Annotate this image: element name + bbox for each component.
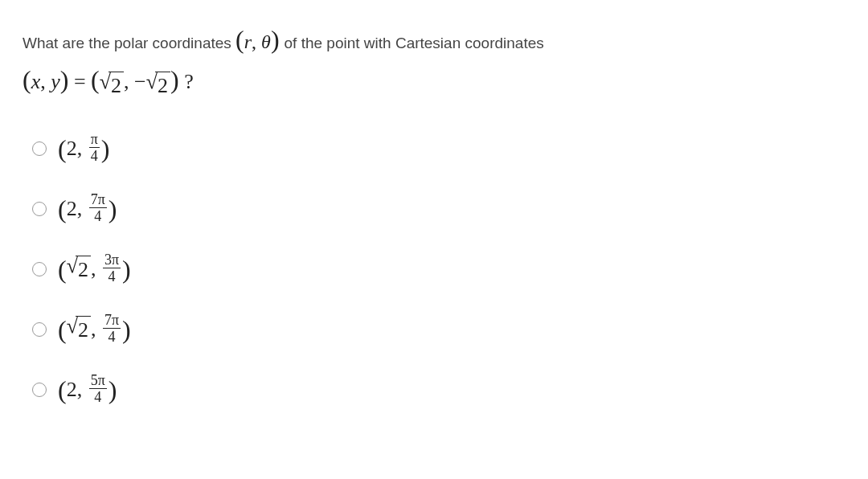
radio-icon[interactable] xyxy=(32,262,47,276)
option-3-math: (√2, 3π4 ) xyxy=(58,254,131,285)
options-list: (2, π4 ) (2, 7π4 ) (√2, 3π4 ) (√2, 7π4 ) xyxy=(23,133,845,406)
cartesian-equation: (x, y) = (√2, −√2) ? xyxy=(23,65,845,100)
radio-icon[interactable] xyxy=(32,141,47,156)
option-1-math: (2, π4 ) xyxy=(58,133,109,165)
radio-icon[interactable] xyxy=(32,383,47,397)
radio-icon[interactable] xyxy=(32,202,47,216)
option-4-math: (√2, 7π4 ) xyxy=(58,314,131,346)
option-1[interactable]: (2, π4 ) xyxy=(32,133,845,165)
option-4[interactable]: (√2, 7π4 ) xyxy=(32,314,845,346)
question-mark: ? xyxy=(184,70,194,93)
question-prompt: What are the polar coordinates (r, θ) of… xyxy=(23,19,845,60)
option-5[interactable]: (2, 5π4 ) xyxy=(32,375,845,406)
question-middle: of the point with Cartesian coordinates xyxy=(285,35,544,51)
radio-icon[interactable] xyxy=(32,322,47,337)
option-2[interactable]: (2, 7π4 ) xyxy=(32,194,845,225)
polar-expression: (r, θ) xyxy=(235,31,284,52)
option-3[interactable]: (√2, 3π4 ) xyxy=(32,254,845,285)
question-prefix: What are the polar coordinates xyxy=(23,35,235,51)
option-2-math: (2, 7π4 ) xyxy=(58,194,117,225)
option-5-math: (2, 5π4 ) xyxy=(58,375,117,406)
